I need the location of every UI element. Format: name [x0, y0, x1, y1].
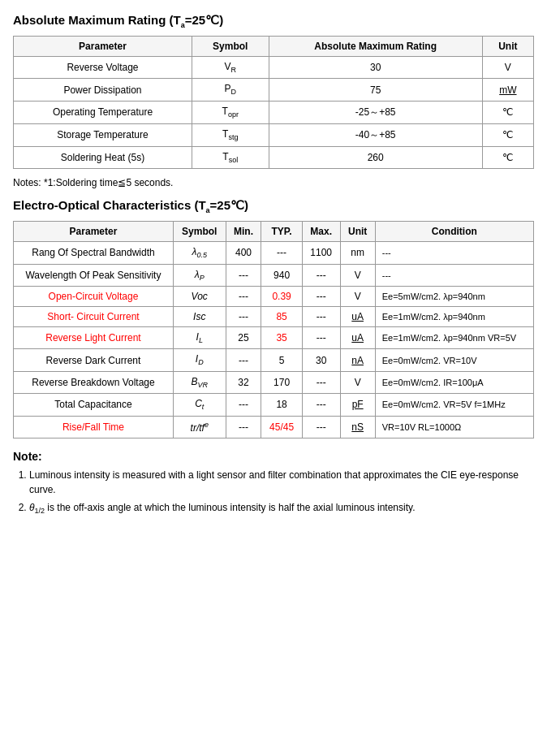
- eo-max-cell: ---: [302, 394, 340, 416]
- eo-typ-cell: 940: [261, 264, 302, 286]
- eo-typ-cell: 5: [261, 349, 302, 371]
- eo-condition-cell: Ee=0mW/cm2. IR=100μA: [375, 371, 533, 393]
- table-row: Reverse VoltageVR30V: [14, 57, 534, 79]
- eo-max-cell: 1100: [302, 242, 340, 264]
- table-row: Power DissipationPD75mW: [14, 79, 534, 101]
- eo-min-cell: ---: [226, 264, 261, 286]
- eo-col-param: Parameter: [14, 222, 174, 242]
- param-cell: Storage Temperature: [14, 123, 192, 146]
- value-cell: -40～+85: [269, 123, 482, 146]
- table-row: Reverse Light CurrentIL2535---uAEe=1mW/c…: [14, 326, 534, 348]
- unit-cell: V: [482, 57, 533, 79]
- eo-unit-cell: V: [340, 371, 375, 393]
- table-row: Operating TemperatureTopr-25～+85℃: [14, 101, 534, 123]
- eo-min-cell: ---: [226, 416, 261, 438]
- eo-param-cell: Wavelength Of Peak Sensitivity: [14, 264, 174, 286]
- eo-param-cell: Reverse Breakdown Voltage: [14, 371, 174, 393]
- eo-col-unit: Unit: [340, 222, 375, 242]
- eo-param-cell: Open-Circuit Voltage: [14, 286, 174, 306]
- note-list: Luminous intensity is measured with a li…: [13, 468, 534, 517]
- table-row: Soldering Heat (5s)Tsol260℃: [14, 146, 534, 168]
- eo-col-max: Max.: [302, 222, 340, 242]
- eo-symbol-cell: BVR: [173, 371, 226, 393]
- eo-col-typ: TYP.: [261, 222, 302, 242]
- eo-symbol-cell: λP: [173, 264, 226, 286]
- param-cell: Operating Temperature: [14, 101, 192, 123]
- eo-typ-cell: 170: [261, 371, 302, 393]
- table-row: Rang Of Spectral Bandwidthλ0.5400---1100…: [14, 242, 534, 264]
- notes-text: Notes: *1:Soldering time≦5 seconds.: [13, 177, 534, 188]
- eo-symbol-cell: Isc: [173, 306, 226, 326]
- note-section: Note: Luminous intensity is measured wit…: [13, 450, 534, 517]
- eo-min-cell: ---: [226, 286, 261, 306]
- value-cell: 75: [269, 79, 482, 101]
- eo-condition-cell: Ee=5mW/cm2. λp=940nm: [375, 286, 533, 306]
- note-title: Note:: [13, 450, 534, 463]
- value-cell: -25～+85: [269, 101, 482, 123]
- eo-max-cell: ---: [302, 264, 340, 286]
- eo-typ-cell: 45/45: [261, 416, 302, 438]
- table-row: Total CapacitanceCt---18---pFEe=0mW/cm2.…: [14, 394, 534, 416]
- eo-col-min: Min.: [226, 222, 261, 242]
- eo-min-cell: 25: [226, 326, 261, 348]
- symbol-cell: Tstg: [192, 123, 269, 146]
- eo-typ-cell: 0.39: [261, 286, 302, 306]
- eo-col-symbol: Symbol: [173, 222, 226, 242]
- eo-param-cell: Reverse Light Current: [14, 326, 174, 348]
- eo-max-cell: ---: [302, 416, 340, 438]
- eo-symbol-cell: Voc: [173, 286, 226, 306]
- eo-condition-cell: Ee=1mW/cm2. λp=940nm: [375, 306, 533, 326]
- eo-param-cell: Total Capacitance: [14, 394, 174, 416]
- param-cell: Soldering Heat (5s): [14, 146, 192, 168]
- eo-max-cell: ---: [302, 306, 340, 326]
- col-header-symbol: Symbol: [192, 37, 269, 57]
- eo-unit-cell: V: [340, 264, 375, 286]
- table-row: Storage TemperatureTstg-40～+85℃: [14, 123, 534, 146]
- eo-min-cell: 32: [226, 371, 261, 393]
- eo-max-cell: 30: [302, 349, 340, 371]
- table-row: Reverse Dark CurrentID---530nAEe=0mW/cm2…: [14, 349, 534, 371]
- note-item: Luminous intensity is measured with a li…: [29, 468, 534, 497]
- eo-min-cell: ---: [226, 394, 261, 416]
- eo-typ-cell: 85: [261, 306, 302, 326]
- eo-min-cell: ---: [226, 349, 261, 371]
- param-cell: Power Dissipation: [14, 79, 192, 101]
- eo-symbol-cell: λ0.5: [173, 242, 226, 264]
- eo-condition-cell: ---: [375, 242, 533, 264]
- table-row: Short- Circuit CurrentIsc---85---uAEe=1m…: [14, 306, 534, 326]
- eo-param-cell: Short- Circuit Current: [14, 306, 174, 326]
- table-row: Open-Circuit VoltageVoc---0.39---VEe=5mW…: [14, 286, 534, 306]
- param-cell: Reverse Voltage: [14, 57, 192, 79]
- eo-param-cell: Reverse Dark Current: [14, 349, 174, 371]
- eo-condition-cell: Ee=0mW/cm2. VR=5V f=1MHz: [375, 394, 533, 416]
- table-row: Rise/Fall Timetr/tfe---45/45---nSVR=10V …: [14, 416, 534, 438]
- value-cell: 30: [269, 57, 482, 79]
- eo-unit-cell: nS: [340, 416, 375, 438]
- abs-max-table: Parameter Symbol Absolute Maximum Rating…: [13, 36, 534, 169]
- unit-cell: mW: [482, 79, 533, 101]
- eo-typ-cell: 35: [261, 326, 302, 348]
- eo-unit-cell: uA: [340, 306, 375, 326]
- col-header-param: Parameter: [14, 37, 192, 57]
- eo-param-cell: Rise/Fall Time: [14, 416, 174, 438]
- symbol-cell: Tsol: [192, 146, 269, 168]
- note-item: θ1/2 is the off-axis angle at which the …: [29, 500, 534, 517]
- value-cell: 260: [269, 146, 482, 168]
- unit-cell: ℃: [482, 101, 533, 123]
- eo-col-condition: Condition: [375, 222, 533, 242]
- eo-typ-cell: 18: [261, 394, 302, 416]
- eo-min-cell: 400: [226, 242, 261, 264]
- eo-min-cell: ---: [226, 306, 261, 326]
- eo-unit-cell: nm: [340, 242, 375, 264]
- unit-cell: ℃: [482, 146, 533, 168]
- eo-symbol-cell: tr/tfe: [173, 416, 226, 438]
- eo-max-cell: ---: [302, 286, 340, 306]
- symbol-cell: Topr: [192, 101, 269, 123]
- eo-condition-cell: ---: [375, 264, 533, 286]
- col-header-rating: Absolute Maximum Rating: [269, 37, 482, 57]
- eo-symbol-cell: IL: [173, 326, 226, 348]
- eo-condition-cell: Ee=1mW/cm2. λp=940nm VR=5V: [375, 326, 533, 348]
- eo-unit-cell: uA: [340, 326, 375, 348]
- symbol-cell: VR: [192, 57, 269, 79]
- unit-cell: ℃: [482, 123, 533, 146]
